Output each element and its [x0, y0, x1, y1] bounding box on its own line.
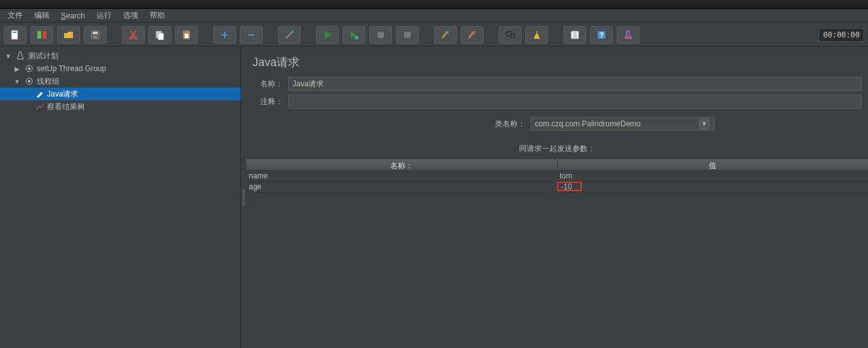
params-table-header: 名称： 值 [246, 159, 868, 171]
svg-rect-13 [185, 34, 188, 38]
svg-point-21 [511, 34, 515, 37]
expander-icon: ▼ [13, 78, 22, 85]
start-button[interactable] [316, 26, 339, 44]
svg-rect-16 [378, 32, 384, 38]
lab-button[interactable] [617, 26, 640, 44]
svg-point-14 [291, 30, 294, 33]
svg-point-26 [627, 36, 629, 38]
dropper-icon [34, 89, 44, 99]
open-button[interactable] [57, 26, 80, 44]
menu-help[interactable]: 帮助 [145, 9, 170, 22]
tree-node-view-results-tree[interactable]: 察看结果树 [0, 100, 240, 113]
table-row[interactable]: name tom [246, 171, 868, 182]
remove-button[interactable] [240, 26, 263, 44]
function-helper-button[interactable] [563, 26, 586, 44]
params-caption: 同请求一起发送参数： [246, 135, 868, 159]
chart-icon [34, 102, 44, 112]
svg-rect-6 [93, 36, 97, 38]
svg-point-30 [28, 80, 30, 83]
svg-rect-5 [93, 32, 98, 34]
help-button[interactable]: ? [590, 26, 613, 44]
new-button[interactable] [4, 26, 27, 44]
th-name: 名称： [246, 160, 558, 170]
tree-root-testplan[interactable]: ▼ 测试计划 [0, 50, 240, 62]
tree-node-thread-group[interactable]: ▼ 线程组 [0, 75, 240, 88]
expander-icon: ▶ [13, 65, 22, 72]
wand-button[interactable] [278, 26, 301, 44]
paste-button[interactable] [175, 26, 198, 44]
shutdown-button[interactable] [396, 26, 419, 44]
cell-name[interactable]: age [246, 182, 557, 192]
stop-button[interactable] [369, 26, 392, 44]
menu-file[interactable]: 文件 [3, 9, 28, 22]
highlight-box: -10 [557, 182, 582, 191]
add-button[interactable] [213, 26, 236, 44]
menu-run[interactable]: 运行 [91, 9, 117, 22]
table-row[interactable]: age -10 [246, 182, 868, 192]
tree-label: Java请求 [47, 89, 78, 100]
classname-value: com.czq.com.PalindromeDemo [535, 119, 641, 128]
menu-search[interactable]: Search [56, 10, 90, 22]
clear-button[interactable] [434, 26, 457, 44]
cell-name[interactable]: name [246, 171, 557, 181]
svg-rect-22 [536, 31, 537, 34]
cut-button[interactable] [122, 26, 145, 44]
svg-point-28 [28, 67, 30, 70]
templates-button[interactable] [30, 26, 53, 44]
svg-rect-1 [13, 32, 16, 33]
svg-rect-17 [404, 32, 411, 38]
menubar: 文件 编辑 Search 运行 选项 帮助 [0, 9, 868, 23]
classname-select[interactable]: com.czq.com.PalindromeDemo ▼ [530, 117, 714, 131]
svg-rect-19 [473, 31, 475, 34]
tree-label: 测试计划 [28, 51, 58, 62]
params-table-body: name tom age -10 [246, 171, 868, 192]
svg-rect-2 [37, 31, 41, 39]
th-value: 值 [558, 160, 869, 170]
expander-icon: ▼ [4, 53, 13, 60]
splitter-handle[interactable] [241, 47, 246, 348]
content-panel: Java请求 名称： Java请求 注释： 类名称： com.czq.com.P… [246, 47, 868, 348]
menu-edit[interactable]: 编辑 [29, 9, 55, 22]
classname-label: 类名称： [253, 119, 525, 130]
svg-rect-3 [43, 31, 46, 39]
page-title: Java请求 [246, 52, 868, 75]
svg-rect-10 [158, 33, 164, 40]
titlebar [0, 0, 868, 9]
copy-button[interactable] [148, 26, 171, 44]
tree-node-java-request[interactable]: Java请求 [0, 88, 240, 100]
cell-value[interactable]: -10 [557, 182, 868, 192]
search-button[interactable] [499, 26, 522, 44]
gear-icon [24, 76, 34, 86]
svg-text:?: ? [600, 31, 604, 39]
chevron-down-icon: ▼ [699, 118, 710, 130]
name-input[interactable]: Java请求 [288, 77, 862, 91]
cell-value[interactable]: tom [557, 171, 868, 181]
main-area: ▼ 测试计划 ▶ setUp Thread Group ▼ 线程组 Java请求 [0, 47, 868, 348]
tree-panel: ▼ 测试计划 ▶ setUp Thread Group ▼ 线程组 Java请求 [0, 47, 241, 348]
gear-icon [24, 64, 34, 74]
svg-rect-18 [446, 31, 449, 34]
tree-label: 察看结果树 [47, 102, 85, 112]
save-button[interactable] [84, 26, 107, 44]
svg-point-15 [355, 36, 358, 39]
start-no-pause-button[interactable] [343, 26, 365, 44]
name-label: 名称： [253, 79, 283, 90]
reset-search-button[interactable] [525, 26, 548, 44]
comment-label: 注释： [253, 97, 283, 107]
svg-rect-12 [185, 30, 188, 32]
tree-label: 线程组 [37, 76, 60, 87]
tree-label: setUp Thread Group [37, 64, 106, 73]
clear-all-button[interactable] [461, 26, 483, 44]
timer-display: 00:00:00 [819, 28, 864, 42]
menu-options[interactable]: 选项 [118, 9, 143, 22]
tree-node-setup-thread-group[interactable]: ▶ setUp Thread Group [0, 62, 240, 75]
comment-input[interactable] [288, 95, 862, 109]
flask-icon [15, 51, 25, 61]
toolbar: ? 00:00:00 [0, 23, 868, 47]
